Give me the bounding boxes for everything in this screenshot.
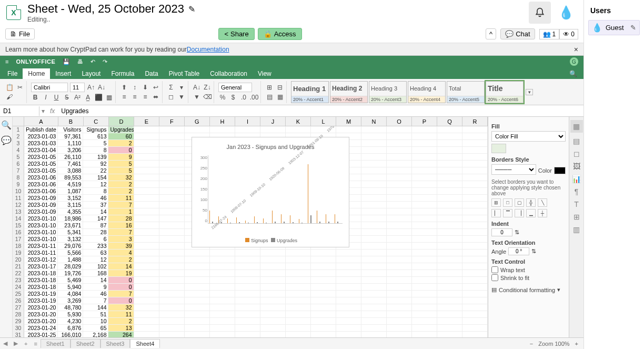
col-header-J[interactable]: J [260,117,286,126]
style-heading-3[interactable]: Heading 320% - Accent3 [369,81,407,103]
fill-type-select[interactable]: Color Fill [491,131,566,142]
cell-settings-icon[interactable]: ▦ [570,120,583,133]
font-size-select[interactable] [70,83,85,92]
align-left-icon[interactable]: ≡ [120,93,128,101]
borders-icon[interactable]: ▦ [105,93,113,102]
underline-icon[interactable]: U [52,93,61,102]
wrap-icon[interactable]: ↩ [152,83,160,92]
collapse-button[interactable]: ^ [486,28,496,39]
copy-icon[interactable]: 📋 [5,83,14,92]
menu-tab-pivot-table[interactable]: Pivot Table [164,68,205,79]
col-header-A[interactable]: A [24,117,58,126]
search-icon[interactable]: 🔍 [1,120,12,130]
clear-icon[interactable]: ◻ [167,93,175,101]
col-header-Q[interactable]: Q [437,117,462,126]
sheet-tab-sheet1[interactable]: Sheet1 [41,339,71,348]
edit-title-icon[interactable]: ✎ [188,4,195,14]
indent-input[interactable] [491,228,512,236]
table-row[interactable]: 212023-01-1728,02910214 [13,263,488,270]
currency-icon[interactable]: $ [229,93,237,102]
menu-tab-insert[interactable]: Insert [50,68,76,79]
filter2-icon[interactable]: ▼ [193,93,201,101]
strike-icon[interactable]: S̶ [63,93,71,102]
table-icon[interactable]: ▦ [276,93,284,101]
text-art-icon[interactable]: T [574,200,579,208]
table-row[interactable]: 262023-01-193,26970 [13,297,488,304]
insert-cells-icon[interactable]: ⊞ [265,83,274,92]
border-inner-icon[interactable]: ╬ [526,198,536,207]
tab-prev-icon[interactable]: ◀ [0,340,11,347]
style-heading-1[interactable]: Heading 120% - Accent1 [291,81,329,103]
paste-icon[interactable]: ✂ [16,83,24,92]
sum-icon[interactable]: Σ [167,83,175,92]
table-row[interactable]: 1Publish dateVisitorsSignupsUpgrades [13,126,488,133]
cryptpad-drop-icon[interactable]: 💧 [555,2,577,24]
percent-icon[interactable]: % [218,93,227,102]
table-row[interactable]: 192023-01-115,566634 [13,250,488,256]
col-header-D[interactable]: D [109,117,134,126]
border-none-icon[interactable]: □ [503,198,512,207]
menu-tab-collaboration[interactable]: Collaboration [205,68,253,79]
edit-user-icon[interactable]: ✎ [630,24,636,32]
col-header-C[interactable]: C [84,117,109,126]
sort-asc-icon[interactable]: A↓ [193,83,201,92]
filter-icon[interactable]: ▼ [177,93,186,101]
user-list-item[interactable]: 💧 Guest ✎ [588,20,640,35]
cond-format-icon[interactable]: ▤ [265,93,274,101]
col-header-K[interactable]: K [286,117,311,126]
fill-color-icon[interactable]: ⬛ [94,93,103,102]
bold-icon[interactable]: B [31,93,39,102]
col-header-P[interactable]: P [412,117,437,126]
shrink-checkbox[interactable] [491,274,498,281]
border-style-select[interactable]: ──── [491,164,536,175]
table-row[interactable]: 202023-01-121,488122 [13,256,488,263]
angle-input[interactable] [508,247,529,255]
close-info-icon[interactable]: × [574,45,578,54]
col-header-F[interactable]: F [159,117,185,126]
decrease-font-icon[interactable]: A↓ [97,83,106,92]
undo-icon[interactable]: ↶ [90,58,95,65]
align-right-icon[interactable]: ≡ [141,93,149,101]
indent-stepper[interactable]: ⇅ [515,229,519,236]
sort-desc-icon[interactable]: Z↓ [203,83,212,92]
formula-input[interactable]: Upgrades [58,106,583,116]
user-avatar[interactable]: G [570,57,578,66]
font-color-icon[interactable]: A̲ [84,93,92,102]
zoom-in-icon[interactable]: + [575,341,578,347]
align-bottom-icon[interactable]: ⬇ [141,83,149,92]
italic-icon[interactable]: I [42,93,50,102]
border-left-icon[interactable]: ▏ [491,209,501,217]
style-heading-4[interactable]: Heading 420% - Accent4 [408,81,446,103]
sheets-list-icon[interactable]: ≡ [31,341,40,347]
menu-tab-home[interactable]: Home [23,68,50,79]
ribbon-search-icon[interactable]: 🔍 [565,68,581,79]
col-header-O[interactable]: O [387,117,412,126]
border-hv-icon[interactable]: ┼ [538,209,547,217]
chat-button[interactable]: 💬 Chat [500,28,535,39]
col-header-B[interactable]: B [58,117,84,126]
table-row[interactable]: 222023-01-1819,72616819 [13,270,488,277]
chevron-down-icon[interactable]: ▾ [557,286,560,293]
documentation-link[interactable]: Documentation [187,46,229,53]
border-all-icon[interactable]: ⊞ [491,198,501,207]
paragraph-settings-icon[interactable]: ¶ [575,187,579,196]
cond-format-icon[interactable]: ▤ [491,286,497,293]
increase-font-icon[interactable]: A↑ [87,83,95,92]
align-middle-icon[interactable]: ↕ [130,83,139,92]
align-center-icon[interactable]: ≡ [130,93,139,101]
table-settings-icon[interactable]: ▤ [573,137,580,145]
menu-tab-view[interactable]: View [253,68,277,79]
col-header-M[interactable]: M [336,117,361,126]
table-row[interactable]: 292023-01-204,230102 [13,318,488,325]
embedded-chart[interactable]: Jan 2023 - Signups and Upgrades 30025020… [192,137,349,247]
table-row[interactable]: 302023-01-246,8766513 [13,325,488,332]
sheet-tab-sheet2[interactable]: Sheet2 [71,339,100,348]
image-settings-icon[interactable]: 🖼 [573,162,580,171]
table-row[interactable]: 312023-01-25166,0102,168264 [13,332,488,337]
menu-tab-file[interactable]: File [2,68,23,79]
table-row[interactable]: 252023-01-194,084467 [13,291,488,297]
super-icon[interactable]: A² [73,93,82,102]
share-button[interactable]: < Share [218,28,254,40]
fill-down-icon[interactable]: ▾ [177,83,186,92]
angle-stepper[interactable]: ⇅ [531,248,536,255]
